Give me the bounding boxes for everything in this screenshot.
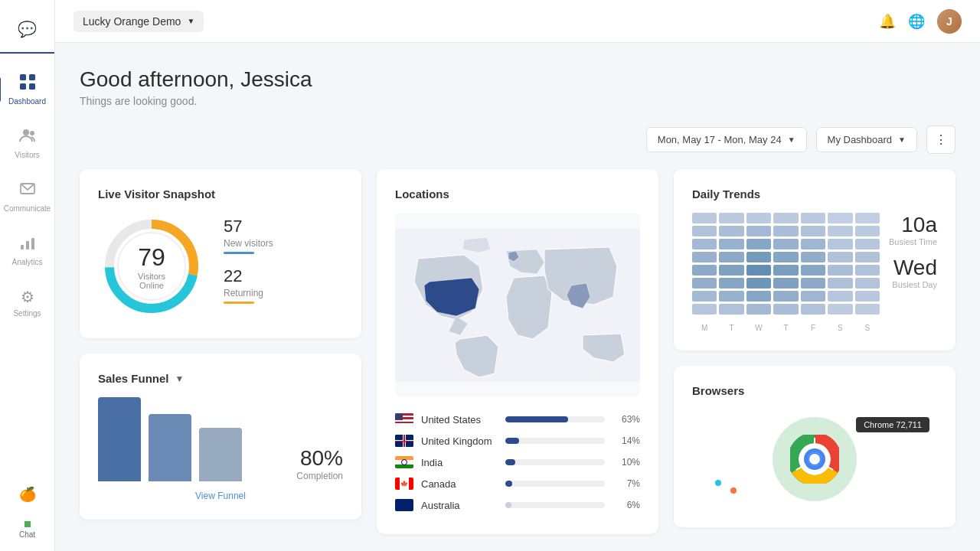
list-item: 🍁 Canada 7%: [395, 473, 640, 494]
visitors-label: Visitors Online: [125, 272, 178, 290]
chat-icon: 💬: [18, 20, 37, 38]
completion-label: Completion: [296, 471, 343, 481]
visitors-count: 79: [125, 243, 178, 272]
heatmap-cell: [828, 252, 852, 262]
svg-rect-8: [26, 241, 29, 249]
heatmap-cell: [773, 213, 798, 223]
list-item: India 10%: [395, 452, 640, 473]
sidebar-item-dashboard[interactable]: Dashboard: [5, 66, 51, 113]
country-name: United States: [421, 414, 498, 425]
chrome-count: 72,711: [896, 420, 922, 429]
heatmap-cell: [855, 278, 880, 289]
heatmap-cell: [746, 213, 771, 223]
list-item: United States 63%: [395, 409, 640, 430]
location-bar-wrap: [505, 481, 605, 487]
day-label-w: W: [746, 324, 771, 332]
location-bar-wrap: [505, 502, 605, 508]
funnel-bar-1: [98, 397, 141, 481]
date-picker[interactable]: Mon, May 17 - Mon, May 24 ▼: [646, 127, 807, 152]
heatmap-cell: [855, 226, 880, 236]
avatar-initials: J: [946, 15, 952, 28]
heatmap-cell: [828, 291, 852, 302]
funnel-title: Sales Funnel: [98, 372, 169, 385]
heatmap-cell: [773, 265, 798, 276]
visitors-icon: [19, 127, 36, 148]
day-label-s: S: [828, 324, 852, 332]
more-options-button[interactable]: ⋮: [926, 126, 956, 154]
heatmap-cell: [855, 252, 880, 262]
sidebar-item-chat-top[interactable]: 💬: [5, 12, 51, 46]
heatmap-section: M T W T F S S: [692, 213, 880, 332]
chrome-label: Chrome: [864, 420, 893, 429]
svg-rect-1: [29, 74, 35, 80]
heatmap-cell: [855, 239, 880, 249]
country-name: India: [421, 457, 498, 468]
returning-bar: [224, 302, 254, 304]
heatmap-cell: [719, 239, 743, 249]
browsers-title: Browsers: [692, 384, 937, 397]
heatmap-cell: [692, 213, 717, 223]
view-funnel-link[interactable]: View Funnel: [98, 491, 343, 501]
globe-icon[interactable]: 🌐: [908, 13, 925, 30]
chevron-down-icon: ▼: [898, 135, 906, 144]
heatmap-cell: [828, 226, 852, 236]
location-bar: [505, 416, 568, 422]
sidebar-item-analytics[interactable]: Analytics: [5, 227, 51, 274]
heatmap-cell: [773, 252, 798, 262]
main-content: Lucky Orange Demo ▼ 🔔 🌐 J Good afternoon…: [55, 0, 980, 551]
heatmap-cell: [828, 265, 852, 276]
page-content: Good afternoon, Jessica Things are looki…: [55, 43, 980, 551]
heatmap-cell: [692, 278, 717, 289]
svg-rect-3: [29, 83, 35, 90]
topbar: Lucky Orange Demo ▼ 🔔 🌐 J: [55, 0, 980, 43]
location-pct: 10%: [612, 457, 640, 468]
heatmap-cell: [692, 226, 717, 236]
chat-bottom-button[interactable]: Chat: [19, 509, 35, 539]
location-pct: 6%: [612, 500, 640, 510]
sidebar-item-communicate[interactable]: Communicate: [5, 173, 51, 220]
sidebar-item-settings[interactable]: ⚙ Settings: [5, 280, 51, 325]
locations-title: Locations: [395, 187, 640, 201]
sidebar-item-visitors[interactable]: Visitors: [5, 119, 51, 167]
dashboard-name: My Dashboard: [828, 134, 893, 145]
chrome-circle: [773, 417, 857, 501]
site-selector[interactable]: Lucky Orange Demo ▼: [74, 11, 204, 32]
heatmap-cell: [719, 278, 743, 289]
country-name: United Kingdom: [421, 435, 498, 447]
heatmap-cell: [719, 265, 743, 276]
settings-icon: ⚙: [21, 288, 34, 306]
site-name: Lucky Orange Demo: [83, 15, 181, 28]
heatmap-cell: [801, 252, 825, 262]
browser-dot-1: [715, 480, 721, 486]
page-title: Good afternoon, Jessica: [80, 67, 956, 92]
uk-flag-icon: [395, 435, 413, 447]
dashboard-icon: [19, 73, 36, 94]
busiest-info: 10a Busiest Time Wed Busiest Day: [889, 213, 937, 332]
day-label-m: M: [692, 324, 717, 332]
funnel-dropdown[interactable]: ▼: [175, 373, 185, 384]
heatmap-cell: [692, 239, 717, 249]
heatmap-cell: [828, 239, 852, 249]
locations-card: Locations: [377, 169, 658, 534]
heatmap-cell: [746, 226, 771, 236]
topbar-right: 🔔 🌐 J: [879, 9, 962, 34]
trends-inner: M T W T F S S 10a Busiest Time: [692, 213, 937, 332]
heatmap-cell: [746, 252, 771, 262]
right-column: Daily Trends M T W T F S S: [674, 169, 956, 534]
chevron-down-icon: ▼: [187, 17, 194, 25]
location-bar-wrap: [505, 438, 605, 444]
heatmap-cell: [801, 213, 825, 223]
svg-point-23: [809, 454, 820, 465]
day-label-t: T: [719, 324, 743, 332]
location-pct: 14%: [612, 435, 640, 446]
dashboard-selector[interactable]: My Dashboard ▼: [816, 127, 917, 152]
notification-icon[interactable]: 🔔: [879, 13, 896, 30]
svg-point-5: [30, 131, 34, 135]
heatmap-cell: [773, 239, 798, 249]
new-visitors-stat: 57 New visitors: [224, 217, 343, 254]
busiest-time: 10a: [889, 213, 937, 237]
communicate-icon: [19, 181, 36, 201]
heatmap-cell: [773, 304, 798, 315]
avatar[interactable]: J: [937, 9, 962, 34]
visitor-stats: 57 New visitors 22 Returning: [224, 217, 343, 316]
